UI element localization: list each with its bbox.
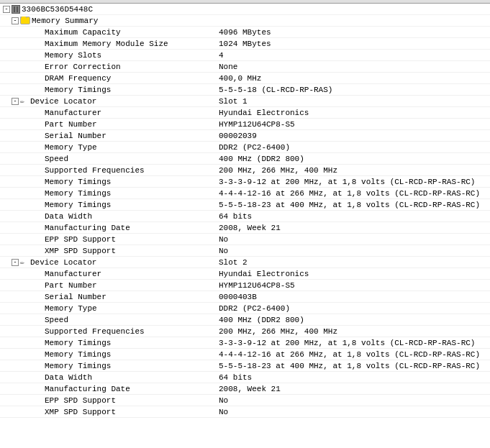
list-item[interactable]: Error CorrectionNone bbox=[0, 61, 490, 73]
list-item[interactable]: Memory TypeDDR2 (PC2-6400) bbox=[0, 142, 490, 153]
tag-label: EPP SPD Support bbox=[45, 396, 116, 405]
pen-icon: ✏ bbox=[20, 97, 29, 106]
name-cell: HYMP112U64CP8-S5 bbox=[216, 120, 490, 129]
list-item[interactable]: Speed400 MHz (DDR2 800) bbox=[0, 153, 490, 165]
folder-icon bbox=[20, 17, 30, 24]
expand-icon[interactable]: - bbox=[12, 259, 19, 266]
list-item[interactable]: -Memory Summary bbox=[0, 15, 490, 27]
tag-cell: Memory Timings bbox=[0, 339, 216, 347]
tag-cell: Memory Type bbox=[0, 304, 216, 313]
tag-cell: Manufacturer bbox=[0, 109, 216, 117]
tag-cell: -✏Device Locator bbox=[0, 97, 216, 106]
tag-label: Part Number bbox=[45, 120, 97, 129]
tag-cell: Manufacturing Date bbox=[0, 224, 216, 232]
list-item[interactable]: Memory Timings4-4-4-12-16 at 266 MHz, at… bbox=[0, 349, 490, 360]
list-item[interactable]: Memory Timings5-5-5-18-23 at 400 MHz, at… bbox=[0, 199, 490, 211]
tag-label: Manufacturing Date bbox=[45, 224, 130, 232]
tag-label: Memory Type bbox=[45, 143, 97, 152]
tag-cell: Memory Timings bbox=[0, 189, 216, 198]
list-item[interactable]: Memory Timings3-3-3-9-12 at 200 MHz, at … bbox=[0, 176, 490, 188]
list-item[interactable]: Memory TypeDDR2 (PC2-6400) bbox=[0, 303, 490, 314]
chip-icon bbox=[12, 5, 20, 14]
list-item[interactable]: ManufacturerHyundai Electronics bbox=[0, 268, 490, 280]
list-item[interactable]: DRAM Frequency400,0 MHz bbox=[0, 73, 490, 84]
tag-label: Error Correction bbox=[45, 63, 121, 71]
list-item[interactable]: EPP SPD SupportNo bbox=[0, 395, 490, 406]
name-cell: 1024 MBytes bbox=[216, 40, 490, 48]
tag-cell: Supported Frequencies bbox=[0, 327, 216, 336]
pen-icon: ✏ bbox=[20, 258, 29, 267]
tag-cell: Speed bbox=[0, 316, 216, 324]
list-item[interactable]: Manufacturing Date2008, Week 21 bbox=[0, 383, 490, 395]
list-item[interactable]: XMP SPD SupportNo bbox=[0, 245, 490, 257]
tag-cell: Manufacturer bbox=[0, 270, 216, 278]
list-item[interactable]: Supported Frequencies200 MHz, 266 MHz, 4… bbox=[0, 165, 490, 176]
list-item[interactable]: XMP SPD SupportNo bbox=[0, 406, 490, 418]
list-item[interactable]: ManufacturerHyundai Electronics bbox=[0, 107, 490, 119]
tag-cell: XMP SPD Support bbox=[0, 247, 216, 255]
tag-cell: Speed bbox=[0, 155, 216, 163]
list-item[interactable]: Memory Slots4 bbox=[0, 50, 490, 61]
name-cell: 400,0 MHz bbox=[216, 74, 490, 83]
tag-cell: Part Number bbox=[0, 120, 216, 129]
tag-label: Manufacturer bbox=[45, 109, 101, 117]
list-item[interactable]: Memory Timings5-5-5-18 (CL-RCD-RP-RAS) bbox=[0, 84, 490, 96]
tag-cell: DRAM Frequency bbox=[0, 74, 216, 83]
tag-cell: Memory Timings bbox=[0, 201, 216, 209]
tag-label: Maximum Capacity bbox=[45, 28, 121, 37]
list-item[interactable]: Part NumberHYMP112U64CP8-S5 bbox=[0, 119, 490, 130]
tag-cell: Error Correction bbox=[0, 63, 216, 71]
list-item[interactable]: -✏Device LocatorSlot 2 bbox=[0, 257, 490, 268]
tag-label: XMP SPD Support bbox=[45, 247, 116, 255]
name-cell: DDR2 (PC2-6400) bbox=[216, 143, 490, 152]
tag-cell: -✏Device Locator bbox=[0, 258, 216, 267]
tag-label: Memory Slots bbox=[45, 51, 101, 60]
expand-icon[interactable]: - bbox=[3, 6, 10, 13]
tag-cell: -3306BC536D5448C bbox=[0, 5, 216, 14]
list-item[interactable]: EPP SPD SupportNo bbox=[0, 234, 490, 245]
tag-cell: Part Number bbox=[0, 281, 216, 290]
list-item[interactable]: Speed400 MHz (DDR2 800) bbox=[0, 314, 490, 326]
list-item[interactable]: Memory Timings5-5-5-18-23 at 400 MHz, at… bbox=[0, 360, 490, 372]
list-item[interactable]: Memory Timings3-3-3-9-12 at 200 MHz, at … bbox=[0, 337, 490, 349]
tag-cell: Data Width bbox=[0, 212, 216, 221]
list-item[interactable]: Serial Number0000403B bbox=[0, 291, 490, 303]
list-item[interactable]: Maximum Capacity4096 MBytes bbox=[0, 27, 490, 38]
tag-label: Memory Timings bbox=[45, 362, 111, 370]
expand-icon[interactable]: - bbox=[12, 98, 19, 105]
list-item[interactable]: Supported Frequencies200 MHz, 266 MHz, 4… bbox=[0, 326, 490, 337]
name-cell: 64 bits bbox=[216, 373, 490, 382]
tag-label: Supported Frequencies bbox=[45, 166, 145, 175]
name-cell: 3-3-3-9-12 at 200 MHz, at 1,8 volts (CL-… bbox=[216, 178, 490, 186]
name-cell: Slot 2 bbox=[216, 258, 490, 267]
tag-cell: Memory Timings bbox=[0, 362, 216, 370]
tag-label: 3306BC536D5448C bbox=[22, 5, 93, 14]
tag-label: Memory Timings bbox=[45, 189, 111, 198]
list-item[interactable]: Memory Timings4-4-4-12-16 at 266 MHz, at… bbox=[0, 188, 490, 199]
tag-cell: Data Width bbox=[0, 373, 216, 382]
name-cell: 200 MHz, 266 MHz, 400 MHz bbox=[216, 166, 490, 175]
tag-label: Maximum Memory Module Size bbox=[45, 40, 168, 48]
name-cell: None bbox=[216, 63, 490, 71]
tag-label: Part Number bbox=[45, 281, 97, 290]
tag-cell: Serial Number bbox=[0, 293, 216, 301]
tag-label: XMP SPD Support bbox=[45, 408, 116, 416]
tag-label: DRAM Frequency bbox=[45, 74, 111, 83]
tag-cell: Memory Timings bbox=[0, 86, 216, 94]
tag-cell: XMP SPD Support bbox=[0, 408, 216, 416]
list-item[interactable]: Data Width64 bits bbox=[0, 211, 490, 222]
list-item[interactable]: Data Width64 bits bbox=[0, 372, 490, 383]
tag-label: Data Width bbox=[45, 212, 92, 221]
tag-label: Memory Timings bbox=[45, 339, 111, 347]
list-item[interactable]: Part NumberHYMP112U64CP8-S5 bbox=[0, 280, 490, 291]
name-cell: 400 MHz (DDR2 800) bbox=[216, 316, 490, 324]
expand-icon[interactable]: - bbox=[12, 17, 19, 24]
name-cell: 5-5-5-18-23 at 400 MHz, at 1,8 volts (CL… bbox=[216, 362, 490, 370]
tree-container: -3306BC536D5448C-Memory SummaryMaximum C… bbox=[0, 0, 490, 418]
list-item[interactable]: Manufacturing Date2008, Week 21 bbox=[0, 222, 490, 234]
list-item[interactable]: -✏Device LocatorSlot 1 bbox=[0, 96, 490, 107]
name-cell: No bbox=[216, 235, 490, 244]
list-item[interactable]: -3306BC536D5448C bbox=[0, 4, 490, 15]
list-item[interactable]: Maximum Memory Module Size1024 MBytes bbox=[0, 38, 490, 50]
list-item[interactable]: Serial Number00002039 bbox=[0, 130, 490, 142]
